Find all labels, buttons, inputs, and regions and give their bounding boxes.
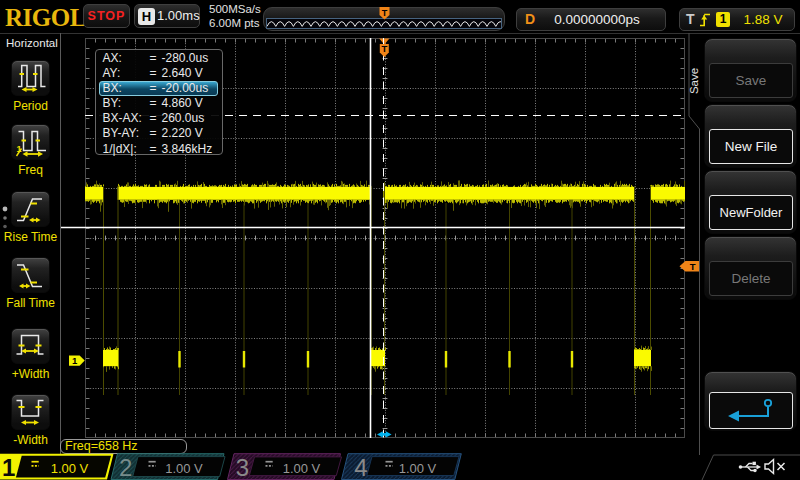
svg-text:1.00 V: 1.00 V	[283, 461, 321, 476]
svg-text:1.00 V: 1.00 V	[165, 461, 203, 476]
svg-text:3: 3	[236, 454, 249, 480]
svg-text:1.00 V: 1.00 V	[51, 461, 89, 476]
svg-text:1.00 V: 1.00 V	[399, 461, 437, 476]
svg-text:1: 1	[2, 454, 15, 480]
svg-text:T: T	[381, 43, 387, 54]
svg-text:1: 1	[72, 355, 78, 366]
svg-text:T: T	[382, 8, 388, 18]
svg-text:2: 2	[119, 454, 132, 480]
svg-text:T: T	[690, 261, 696, 272]
svg-text:4: 4	[354, 454, 367, 480]
